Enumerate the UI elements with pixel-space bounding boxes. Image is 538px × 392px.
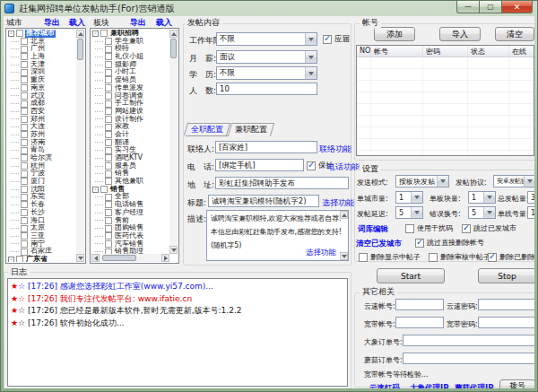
per-line-input[interactable]: 15 (527, 206, 534, 219)
tree-item-checkbox[interactable] (105, 46, 112, 53)
board-tree-hscrollbar[interactable] (91, 254, 169, 262)
accounts-table-header[interactable]: NO帐号密码状态在线 (357, 46, 534, 57)
collapse-icon[interactable]: - (92, 187, 99, 193)
tree-item-checkbox[interactable] (105, 76, 112, 83)
tree-item[interactable]: 设计制作 (91, 116, 169, 124)
import-accounts-button[interactable]: 导入 (439, 27, 481, 41)
error-switch-select[interactable]: 5 (468, 206, 496, 219)
tree-item[interactable]: 学生兼职 (91, 38, 169, 46)
title-input[interactable]: 诚聘淘宝兼职模特(随机字2) (208, 195, 319, 207)
work-years-select[interactable]: 不限 (216, 32, 317, 46)
tree-item-checkbox[interactable] (21, 201, 28, 208)
tree-item-checkbox[interactable] (105, 139, 112, 146)
tree-item-checkbox[interactable] (21, 194, 28, 201)
tree-item-checkbox[interactable] (21, 240, 28, 248)
tree-item-checkbox[interactable] (105, 154, 112, 161)
tree-item-checkbox[interactable] (21, 84, 28, 91)
tree-item-checkbox[interactable] (105, 232, 112, 240)
tree-item-checkbox[interactable] (105, 217, 112, 224)
chevron-down-icon[interactable] (305, 51, 317, 63)
tree-item-checkbox[interactable] (105, 201, 112, 208)
tree-item[interactable]: 销售助理 (91, 248, 169, 254)
fresh-grad-checkbox[interactable]: 应届 (323, 34, 350, 45)
scroll-thumb[interactable] (77, 39, 83, 60)
chevron-down-icon[interactable] (437, 176, 448, 187)
yunsu-password-input[interactable] (478, 299, 534, 310)
collapse-icon[interactable]: - (92, 30, 99, 37)
tree-item-checkbox[interactable] (21, 108, 28, 115)
tree-item-checkbox[interactable] (21, 76, 28, 83)
phone-input[interactable]: [绑定手机] (215, 159, 304, 171)
daxiang-proxy-link[interactable]: 大象代理IP (410, 383, 448, 388)
mogu-order-input[interactable] (403, 353, 534, 364)
tree-item-checkbox[interactable] (21, 53, 28, 60)
minimize-button[interactable]: — (456, 1, 480, 13)
tree-item-checkbox[interactable] (21, 217, 28, 224)
tree-item-checkbox[interactable] (105, 170, 112, 178)
chevron-down-icon[interactable] (305, 67, 317, 79)
tree-item-checkbox[interactable] (21, 209, 28, 216)
start-button[interactable]: Start (377, 268, 445, 283)
accounts-column-header[interactable]: 密码 (423, 46, 468, 57)
title-select-link[interactable]: 选择功能 (322, 197, 354, 209)
tree-item-checkbox[interactable] (105, 84, 112, 91)
tree-item-checkbox[interactable] (21, 186, 28, 193)
accounts-column-header[interactable]: NO (357, 46, 371, 57)
tree-item[interactable]: 服务员 (91, 162, 169, 170)
accounts-column-header[interactable]: 在线 (509, 46, 534, 57)
skip-sent-city-checkbox[interactable]: 跳过已发城市 (462, 223, 516, 233)
chevron-down-icon[interactable] (305, 33, 317, 45)
dictionary-edit-link[interactable]: 词库编辑 (358, 224, 388, 235)
accounts-column-header[interactable]: 状态 (468, 46, 509, 57)
title-bar[interactable]: 赶集网招聘单位发帖助手(For)营销通版 — ▢ ✕ (1, 1, 537, 16)
log-list[interactable]: ★☆ [17:26] 感谢您选择彩虹工作室(www.yi57.com)...★☆… (7, 278, 348, 387)
board-tree-vscrollbar[interactable] (169, 30, 178, 254)
scroll-right-icon[interactable] (161, 254, 169, 262)
chevron-down-icon[interactable] (483, 207, 495, 218)
delete-deleted-posts-checkbox[interactable]: 删除已删除帖子 (488, 252, 534, 262)
chevron-down-icon[interactable] (483, 192, 495, 203)
tab-parttime-config[interactable]: 兼职配置 (230, 123, 273, 136)
daxiang-order-input[interactable] (403, 335, 534, 346)
tree-item-checkbox[interactable] (105, 61, 112, 68)
tree-item-checkbox[interactable] (105, 53, 112, 60)
scroll-thumb[interactable] (170, 39, 177, 58)
tree-item-checkbox[interactable] (21, 225, 28, 232)
tree-item-checkbox[interactable] (21, 38, 28, 45)
salary-select[interactable]: 面议 (216, 50, 317, 64)
tree-item-checkbox[interactable] (21, 170, 28, 178)
tree-item[interactable]: 其他兼职 (91, 178, 169, 186)
clear-accounts-button[interactable]: 清空 (495, 27, 534, 41)
scroll-down-icon[interactable] (340, 252, 348, 260)
total-posts-input[interactable]: 30 (527, 191, 534, 204)
tree-item-checkbox[interactable] (105, 209, 112, 216)
tree-item-checkbox[interactable] (105, 162, 112, 170)
tree-item[interactable]: 会计 (91, 131, 169, 139)
address-input[interactable]: 彩虹赶集招聘助手发布 (215, 177, 349, 189)
collapse-icon[interactable]: - (8, 30, 14, 37)
tab-fulltime-config[interactable]: 全职配置 (186, 123, 229, 136)
contact-input[interactable]: [百家姓] (215, 141, 317, 153)
per-board-select[interactable]: 1 (468, 191, 496, 204)
contact-function-link[interactable]: 联络功能 (319, 144, 351, 155)
tree-item-checkbox[interactable] (21, 154, 28, 161)
tree-item-checkbox[interactable] (100, 30, 108, 37)
tree-item-checkbox[interactable] (105, 92, 112, 100)
description-textarea[interactable]: 诚聘淘宝兼职模特,欢迎大家推荐或者自荐!本信息由彩虹赶集助手发布,感谢您的支持!… (206, 210, 349, 261)
tree-item-checkbox[interactable] (21, 178, 28, 185)
tree-item[interactable]: -广东省 (7, 256, 76, 262)
tree-item-checkbox[interactable] (105, 194, 112, 201)
scroll-down-icon[interactable] (169, 246, 178, 254)
tree-item-checkbox[interactable] (21, 46, 28, 53)
board-tree[interactable]: -兼职招聘学生兼职模特礼仪小姐摄影师小时工促销员传单派发问卷调查手工制作网站建设… (90, 28, 179, 264)
education-select[interactable]: 不限 (216, 66, 317, 80)
yunsu-account-input[interactable] (395, 299, 444, 310)
delay-select[interactable]: 5 (395, 206, 423, 219)
tree-item-checkbox[interactable] (16, 256, 23, 262)
add-account-button[interactable]: 添加 (374, 27, 415, 41)
use-jam-code-checkbox[interactable]: 使用干扰码 (405, 223, 453, 233)
tree-item-checkbox[interactable] (105, 131, 112, 138)
tree-item-checkbox[interactable] (21, 139, 28, 146)
yunsu-captcha-link[interactable]: 云速打码 (369, 383, 400, 388)
tree-item[interactable]: -销售 (91, 186, 169, 194)
